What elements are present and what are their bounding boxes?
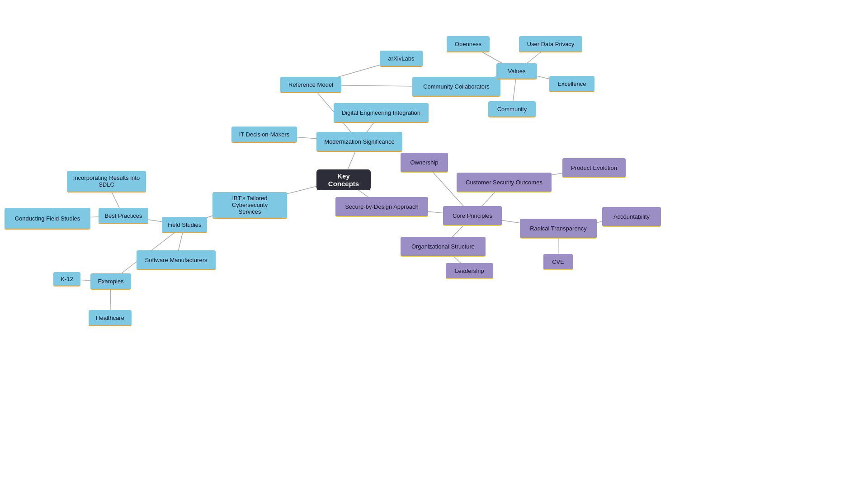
node-custsec[interactable]: Customer Security Outcomes	[457, 173, 552, 192]
node-digeng[interactable]: Digital Engineering Integration	[334, 103, 429, 123]
mindmap-canvas: Key ConceptsIBT's Tailored Cybersecurity…	[0, 0, 868, 488]
node-center[interactable]: Key Concepts	[316, 169, 371, 190]
node-bestpractices[interactable]: Best Practices	[99, 208, 148, 224]
node-conductingfieldstudies[interactable]: Conducting Field Studies	[5, 208, 90, 230]
node-coreprin[interactable]: Core Principles	[443, 206, 502, 226]
node-examples[interactable]: Examples	[90, 273, 131, 290]
node-incorporatingresults[interactable]: Incorporating Results into SDLC	[67, 171, 146, 192]
node-cve[interactable]: CVE	[543, 254, 573, 270]
node-securebydesign[interactable]: Secure-by-Design Approach	[335, 197, 428, 217]
node-excellence[interactable]: Excellence	[549, 76, 594, 92]
node-k12[interactable]: K-12	[53, 272, 80, 286]
node-accountability[interactable]: Accountability	[602, 207, 661, 227]
node-openness[interactable]: Openness	[447, 36, 490, 52]
node-arxivlabs[interactable]: arXivLabs	[380, 51, 423, 67]
node-itdecision[interactable]: IT Decision-Makers	[231, 127, 297, 143]
node-userdataprivacy[interactable]: User Data Privacy	[519, 36, 582, 52]
node-leadership[interactable]: Leadership	[446, 263, 493, 279]
node-healthcare[interactable]: Healthcare	[89, 310, 132, 326]
node-prodevo[interactable]: Product Evolution	[562, 158, 626, 178]
node-values[interactable]: Values	[496, 63, 537, 80]
node-community[interactable]: Community	[488, 101, 536, 117]
node-ownership[interactable]: Ownership	[401, 153, 448, 173]
node-radtrans[interactable]: Radical Transparency	[520, 219, 597, 239]
node-commcollab[interactable]: Community Collaborators	[412, 77, 500, 97]
node-fieldstudies[interactable]: Field Studies	[162, 217, 207, 233]
node-ibt[interactable]: IBT's Tailored Cybersecurity Services	[212, 192, 287, 219]
node-orgstruct[interactable]: Organizational Structure	[401, 237, 486, 257]
node-modernsig[interactable]: Modernization Significance	[316, 132, 402, 152]
node-softwaremanufacturers[interactable]: Software Manufacturers	[137, 250, 216, 270]
node-refmodel[interactable]: Reference Model	[280, 77, 341, 93]
